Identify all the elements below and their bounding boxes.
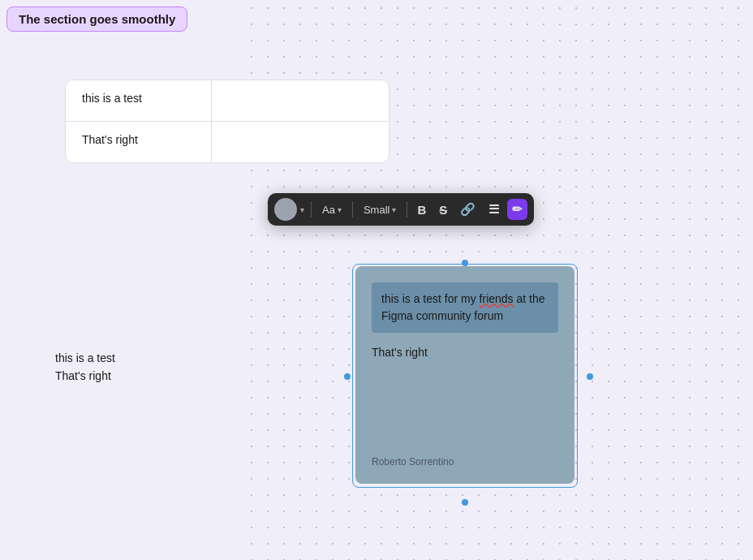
table-cell-r1c2 (212, 80, 389, 121)
canvas: The section goes smoothly this is a test… (0, 0, 753, 560)
list-icon: ☰ (488, 202, 499, 216)
floating-line2: That's right (55, 367, 115, 385)
card-author: Roberto Sorrentino (372, 456, 558, 467)
strikethrough-icon: S (439, 203, 447, 217)
toolbar-divider-3 (407, 201, 407, 218)
table-cell-r2c2 (212, 122, 389, 162)
font-picker-button[interactable]: Aa ▾ (316, 200, 347, 219)
size-chevron-icon: ▾ (392, 205, 396, 214)
toolbar-divider (311, 201, 312, 218)
size-label: Small (364, 204, 390, 216)
table-row: this is a test (66, 80, 389, 122)
color-picker-button[interactable] (274, 198, 297, 221)
card-secondary-text: That's right (372, 346, 558, 359)
text-toolbar: ▾ Aa ▾ Small ▾ B S 🔗 ☰ (268, 193, 534, 226)
strikethrough-button[interactable]: S (434, 200, 452, 220)
font-label: Aa (322, 204, 335, 216)
table-widget[interactable]: this is a test That's right (65, 80, 389, 163)
card-highlight-text: this is a test for my friends at the Fig… (381, 291, 549, 325)
selection-handle-right (587, 373, 593, 380)
size-picker-button[interactable]: Small ▾ (358, 200, 402, 219)
list-button[interactable]: ☰ (484, 199, 504, 220)
link-button[interactable]: 🔗 (455, 199, 480, 220)
pen-button[interactable]: ✏ (507, 199, 527, 220)
table-row: That's right (66, 122, 389, 162)
card-widget[interactable]: this is a test for my friends at the Fig… (355, 266, 574, 484)
floating-text-block: this is a test That's right (55, 349, 115, 386)
font-chevron-icon: ▾ (338, 205, 342, 214)
section-label: The section goes smoothly (6, 6, 187, 32)
bold-button[interactable]: B (412, 200, 431, 220)
selection-handle-left (344, 373, 351, 380)
friends-word: friends (480, 292, 514, 305)
card-highlight-block: this is a test for my friends at the Fig… (372, 282, 558, 333)
link-icon: 🔗 (460, 202, 475, 216)
table-cell-r1c1: this is a test (66, 80, 212, 121)
color-chevron-icon: ▾ (300, 205, 304, 214)
bold-icon: B (417, 203, 426, 217)
selection-handle-bottom (462, 499, 468, 506)
floating-line1: this is a test (55, 349, 115, 367)
pen-icon: ✏ (512, 202, 523, 216)
table-cell-r2c1: That's right (66, 122, 212, 162)
toolbar-divider-2 (352, 201, 353, 218)
selection-handle-top (462, 260, 468, 266)
